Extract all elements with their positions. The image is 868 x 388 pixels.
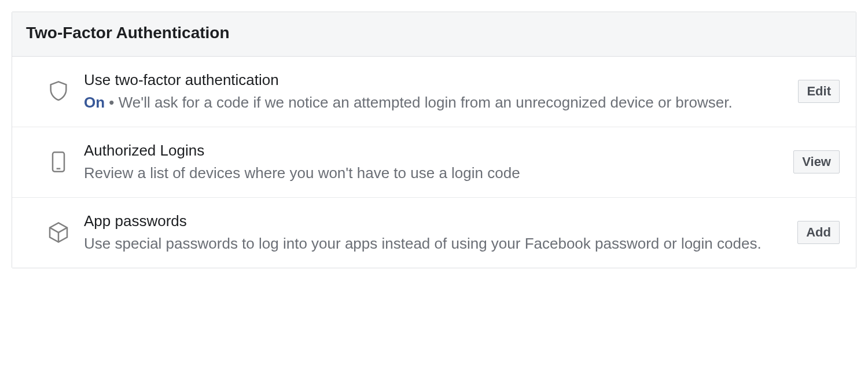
row-body: Use two-factor authentication On • We'll… bbox=[75, 71, 798, 113]
view-button[interactable]: View bbox=[793, 150, 840, 173]
panel-header: Two-Factor Authentication bbox=[12, 12, 856, 57]
panel-title: Two-Factor Authentication bbox=[26, 24, 842, 42]
box-icon bbox=[47, 221, 75, 244]
row-title: Authorized Logins bbox=[84, 141, 782, 161]
row-action: Edit bbox=[798, 80, 840, 103]
phone-icon bbox=[47, 150, 75, 173]
row-title: App passwords bbox=[84, 212, 786, 231]
status-on: On bbox=[84, 94, 105, 111]
two-factor-auth-panel: Two-Factor Authentication Use two-factor… bbox=[12, 12, 856, 268]
row-desc-text: Use special passwords to log into your a… bbox=[84, 234, 786, 254]
row-authorized-logins: Authorized Logins Review a list of devic… bbox=[12, 127, 856, 198]
row-desc-text: Review a list of devices where you won't… bbox=[84, 163, 782, 183]
row-description: On • We'll ask for a code if we notice a… bbox=[84, 93, 786, 113]
edit-button[interactable]: Edit bbox=[798, 80, 840, 103]
row-body: Authorized Logins Review a list of devic… bbox=[75, 141, 793, 183]
shield-icon bbox=[47, 80, 75, 103]
row-body: App passwords Use special passwords to l… bbox=[75, 212, 797, 254]
row-action: Add bbox=[797, 221, 840, 244]
row-title: Use two-factor authentication bbox=[84, 71, 786, 90]
row-app-passwords: App passwords Use special passwords to l… bbox=[12, 198, 856, 268]
row-use-two-factor: Use two-factor authentication On • We'll… bbox=[12, 57, 856, 127]
row-desc-text: We'll ask for a code if we notice an att… bbox=[119, 94, 733, 111]
add-button[interactable]: Add bbox=[797, 221, 840, 244]
row-action: View bbox=[793, 150, 840, 173]
status-separator: • bbox=[105, 94, 119, 111]
